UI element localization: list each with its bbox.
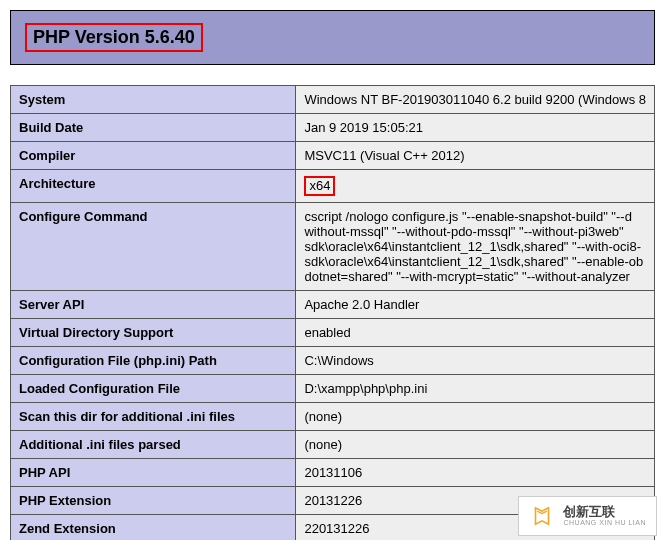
phpinfo-table: SystemWindows NT BF-201903011040 6.2 bui… [10,85,655,540]
watermark-cn: 创新互联 [563,505,646,519]
table-row: Build DateJan 9 2019 15:05:21 [11,114,655,142]
table-row: Virtual Directory Supportenabled [11,318,655,346]
row-label: Architecture [11,170,296,203]
watermark-logo-icon [529,503,555,529]
table-row: CompilerMSVC11 (Visual C++ 2012) [11,142,655,170]
table-row: Architecturex64 [11,170,655,203]
row-label: PHP API [11,458,296,486]
table-row: Server APIApache 2.0 Handler [11,290,655,318]
row-label: PHP Extension [11,486,296,514]
row-value: x64 [296,170,655,203]
row-value: (none) [296,430,655,458]
row-value: Windows NT BF-201903011040 6.2 build 920… [296,86,655,114]
phpinfo-header: PHP Version 5.6.40 [10,10,655,65]
table-row: Configure Commandcscript /nologo configu… [11,202,655,290]
row-value: D:\xampp\php\php.ini [296,374,655,402]
row-value: Jan 9 2019 15:05:21 [296,114,655,142]
row-label: Loaded Configuration File [11,374,296,402]
highlighted-value: x64 [304,176,335,196]
table-row: Configuration File (php.ini) PathC:\Wind… [11,346,655,374]
row-label: Configure Command [11,202,296,290]
row-label: Configuration File (php.ini) Path [11,346,296,374]
table-row: PHP API20131106 [11,458,655,486]
row-value: enabled [296,318,655,346]
row-label: Build Date [11,114,296,142]
row-label: Virtual Directory Support [11,318,296,346]
row-label: Server API [11,290,296,318]
row-label: Additional .ini files parsed [11,430,296,458]
table-row: SystemWindows NT BF-201903011040 6.2 bui… [11,86,655,114]
row-label: System [11,86,296,114]
row-value: 20131106 [296,458,655,486]
row-value: Apache 2.0 Handler [296,290,655,318]
page-title: PHP Version 5.6.40 [25,23,203,52]
watermark-sub: CHUANG XIN HU LIAN [563,519,646,527]
table-row: Loaded Configuration FileD:\xampp\php\ph… [11,374,655,402]
watermark-badge: 创新互联 CHUANG XIN HU LIAN [518,496,657,536]
row-value: C:\Windows [296,346,655,374]
row-label: Scan this dir for additional .ini files [11,402,296,430]
row-label: Zend Extension [11,514,296,540]
watermark-text: 创新互联 CHUANG XIN HU LIAN [563,505,646,527]
row-label: Compiler [11,142,296,170]
row-value: cscript /nologo configure.js "--enable-s… [296,202,655,290]
table-row: Additional .ini files parsed(none) [11,430,655,458]
row-value: (none) [296,402,655,430]
table-row: Scan this dir for additional .ini files(… [11,402,655,430]
row-value: MSVC11 (Visual C++ 2012) [296,142,655,170]
